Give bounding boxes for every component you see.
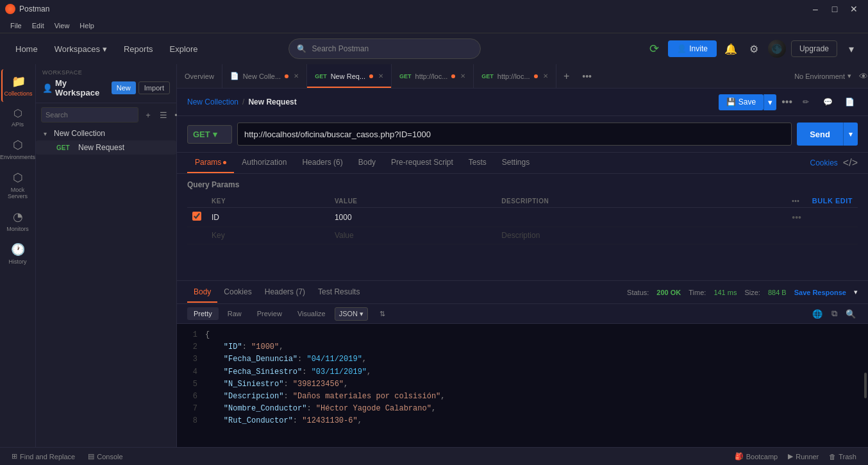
save-response-arrow-icon[interactable]: ▾ [854,288,858,296]
maximize-button[interactable]: □ [826,2,844,16]
tab-new-collection[interactable]: 📄 New Colle... ✕ [222,64,307,88]
sidebar-item-mock-servers[interactable]: ⬡ Mock Servers [1,165,35,205]
send-button-dropdown[interactable]: ▾ [843,123,858,146]
tab-http-loc1-close-icon[interactable]: ✕ [460,72,465,80]
sidebar-item-monitors[interactable]: ◔ Monitors [1,205,35,237]
tab-http-loc2-close-icon[interactable]: ✕ [543,72,548,80]
req-tab-params[interactable]: Params [187,153,234,173]
param-value-cell[interactable]: 1000 [330,208,496,227]
settings-icon[interactable]: ⚙ [745,40,763,58]
collections-search-input[interactable] [41,107,138,123]
tabs-bar: Overview 📄 New Colle... ✕ GET New Req...… [177,64,868,89]
save-response-button[interactable]: Save Response [794,289,846,296]
sidebar-item-history[interactable]: 🕐 History [1,237,35,270]
req-tab-settings[interactable]: Settings [494,153,537,173]
tab-new-request-dot [369,74,373,78]
empty-description-cell[interactable]: Description [496,227,787,244]
add-collection-icon[interactable]: + [141,108,155,122]
bulk-edit-button[interactable]: Bulk Edit [812,197,853,205]
breadcrumb-more-button[interactable]: ••• [781,96,792,108]
sidebar-item-collections[interactable]: 📁 Collections [1,69,35,102]
env-eye-icon[interactable]: 👁 [859,71,868,81]
new-tab-button[interactable]: + [556,71,577,82]
tab-new-collection-close-icon[interactable]: ✕ [294,72,299,80]
filter-icon[interactable]: ☰ [156,108,171,122]
nav-explore[interactable]: Explore [162,40,206,58]
nav-reports[interactable]: Reports [116,40,161,58]
save-button[interactable]: 💾 💾 Save [719,94,764,110]
param-key-cell[interactable]: ID [206,208,330,227]
menu-help[interactable]: Help [74,18,99,33]
menu-edit[interactable]: Edit [27,18,49,33]
empty-value-cell[interactable]: Value [330,227,496,244]
collection-new-collection[interactable]: ▾ New Collection [36,126,176,140]
tab-http-loc1-dot [451,74,455,78]
empty-key-cell[interactable]: Key [206,227,330,244]
tabs-more-button[interactable]: ••• [577,71,597,81]
sidebar-item-environments[interactable]: ⬡ Environments [1,133,35,165]
nav-home[interactable]: Home [8,40,46,58]
runner-button[interactable]: ▶ Runner [784,451,822,462]
theme-icon[interactable]: 🌑 [768,40,786,58]
row-more-icon[interactable]: ••• [792,212,801,223]
url-input[interactable] [237,123,792,146]
import-button[interactable]: Import [138,81,170,94]
edit-icon[interactable]: ✏ [797,94,814,110]
response-tab-cookies[interactable]: Cookies [217,282,258,303]
response-tab-body[interactable]: Body [187,282,217,303]
sync-icon[interactable]: ⟳ [645,40,663,58]
trash-button[interactable]: 🗑 Trash [825,451,860,462]
copy-icon[interactable]: ⧉ [827,307,841,321]
code-button[interactable]: </> [843,157,858,169]
tab-overview[interactable]: Overview [177,64,222,88]
bootcamp-button[interactable]: 🎒 Bootcamp [731,451,782,462]
send-button-main[interactable]: Send [797,123,843,146]
method-selector[interactable]: GET ▾ [187,125,232,144]
doc-icon[interactable]: 📄 [841,94,858,110]
nav-workspaces[interactable]: Workspaces ▾ [47,40,115,58]
tab-http-loc2[interactable]: GET http://loc... ✕ [474,64,556,88]
upgrade-button[interactable]: Upgrade [791,40,837,57]
req-tab-headers[interactable]: Headers (6) [294,153,350,173]
minimize-button[interactable]: – [806,2,824,16]
param-description-cell[interactable] [496,208,787,227]
format-sort-icon[interactable]: ⇅ [373,307,392,321]
breadcrumb-collection-link[interactable]: New Collection [187,97,238,106]
send-button[interactable]: Send ▾ [797,123,858,146]
environment-selector[interactable]: No Environment ▾ [787,72,859,80]
format-tab-pretty[interactable]: Pretty [187,307,219,320]
notifications-icon[interactable]: 🔔 [722,40,740,58]
menu-file[interactable]: File [5,18,27,33]
cookies-link[interactable]: Cookies [810,158,838,167]
comment-icon[interactable]: 💬 [819,94,836,110]
req-tab-tests[interactable]: Tests [461,153,494,173]
param-checkbox[interactable] [192,212,201,221]
tab-new-request-close-icon[interactable]: ✕ [378,72,383,80]
sidebar-item-apis[interactable]: ⬡ APIs [1,102,35,133]
search-bar[interactable]: 🔍 Search Postman [288,38,481,59]
req-tab-body[interactable]: Body [351,153,383,173]
menu-view[interactable]: View [49,18,75,33]
response-tab-test-results[interactable]: Test Results [312,282,366,303]
window-controls[interactable]: – □ ✕ [806,2,863,16]
req-tab-authorization[interactable]: Authorization [234,153,294,173]
response-tab-headers[interactable]: Headers (7) [258,282,312,303]
save-dropdown-button[interactable]: ▾ [764,94,776,110]
request-item-new-request[interactable]: GET New Request [36,140,176,155]
format-tab-raw[interactable]: Raw [221,307,248,320]
json-format-selector[interactable]: JSON ▾ [335,307,368,321]
console-button[interactable]: ▤ Console [84,451,126,462]
tab-http-loc1[interactable]: GET http://loc... ✕ [392,64,474,88]
globe-icon[interactable]: 🌐 [810,307,824,321]
close-button[interactable]: ✕ [845,2,863,16]
upgrade-dropdown-icon[interactable]: ▾ [842,40,860,58]
new-button[interactable]: New [112,81,136,94]
breadcrumb-request-name: New Request [248,97,296,106]
search-response-icon[interactable]: 🔍 [844,307,858,321]
find-replace-button[interactable]: ⊞ Find and Replace [8,451,79,462]
invite-button[interactable]: 👤 Invite [668,40,717,57]
tab-new-request[interactable]: GET New Req... ✕ [307,64,392,88]
format-tab-visualize[interactable]: Visualize [291,307,332,320]
format-tab-preview[interactable]: Preview [251,307,288,320]
req-tab-pre-request-script[interactable]: Pre-request Script [383,153,461,173]
